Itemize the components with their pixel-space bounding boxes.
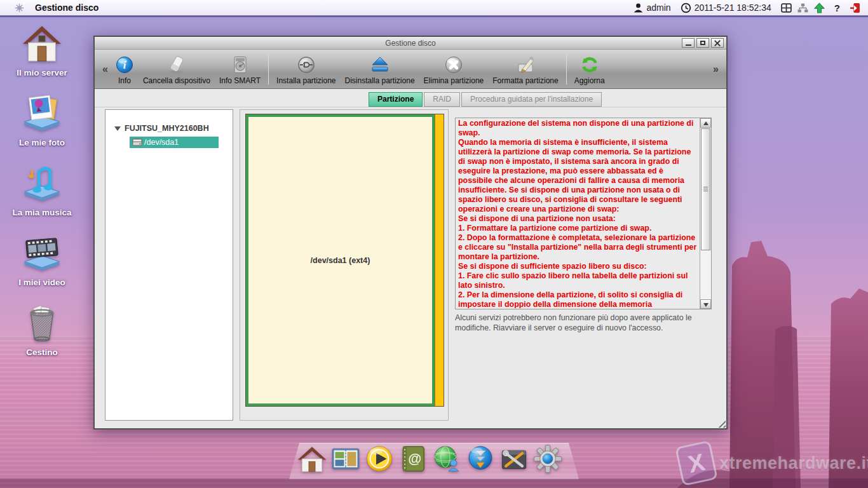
trash-icon <box>22 303 62 342</box>
partition-region[interactable]: /dev/sda1 (ext4) <box>246 114 435 406</box>
tab-raid[interactable]: RAID <box>424 92 460 107</box>
scrollbar-thumb[interactable] <box>701 128 710 250</box>
restart-note-text: Alcuni servizi potrebbero non funzionare… <box>455 313 715 333</box>
svg-text:i: i <box>123 59 126 71</box>
toolbox-icon <box>499 444 529 473</box>
dock-item-settings[interactable] <box>533 444 562 473</box>
dock-item-network-places[interactable] <box>432 444 461 473</box>
tree-partition-label: /dev/sda1 <box>144 138 179 147</box>
desktop-icon-label: Le mie foto <box>8 138 76 147</box>
toolbar-button-format-partition[interactable]: Formatta partizione <box>488 51 562 87</box>
format-partition-icon <box>516 55 535 74</box>
top-menu-bar: Gestione disco admin 2011-5-21 18:52:34 … <box>0 0 868 15</box>
disk-management-window: Gestione disco « i Info <box>93 36 728 430</box>
app-grid-icon[interactable] <box>781 3 792 13</box>
home-icon <box>297 444 327 473</box>
scroll-down-arrow-icon <box>703 303 709 307</box>
svg-text:@: @ <box>408 451 421 466</box>
toolbar-button-label: Elimina partizione <box>424 76 484 85</box>
tree-node-partition-selected[interactable]: /dev/sda1 <box>130 137 219 148</box>
tab-install-wizard[interactable]: Procedura guidata per l'installazione <box>461 92 602 107</box>
tab-partizione[interactable]: Partizione <box>369 92 423 107</box>
close-button[interactable] <box>711 38 724 48</box>
delete-partition-icon <box>444 55 463 74</box>
photo-album-icon <box>331 444 360 473</box>
network-status-icon[interactable] <box>797 3 808 13</box>
window-toolbar: « i Info Cancella dispositivo <box>95 50 726 89</box>
toolbar-button-erase-device[interactable]: Cancella dispositivo <box>139 51 215 87</box>
dock-item-media-player[interactable] <box>365 444 394 473</box>
tree-node-device[interactable]: FUJITSU_MHY2160BH <box>114 124 233 133</box>
topbar-divider <box>0 15 868 17</box>
help-button[interactable]: ? <box>831 3 844 13</box>
watermark-logo-icon: X <box>675 440 718 486</box>
desktop-icon-label: Il mio server <box>8 68 76 78</box>
dock-item-home[interactable] <box>297 444 327 473</box>
toolbar-button-info[interactable]: i Info <box>111 51 139 87</box>
maximize-icon <box>700 41 705 45</box>
toolbar-scroll-left[interactable]: « <box>100 64 111 75</box>
minimize-button[interactable] <box>682 38 695 48</box>
toolbar-separator <box>566 54 567 85</box>
photos-icon <box>22 93 62 133</box>
partition-map-label: /dev/sda1 (ext4) <box>311 256 370 265</box>
desktop: Gestione disco admin 2011-5-21 18:52:34 … <box>0 0 868 488</box>
scroll-up-button[interactable] <box>700 118 711 128</box>
desktop-icon-label: Cestino <box>8 348 76 357</box>
home-server-icon <box>22 24 62 63</box>
system-datetime: 2011-5-21 18:52:34 <box>695 3 771 13</box>
dock-item-photo-album[interactable] <box>331 444 360 473</box>
minimize-icon <box>686 44 691 46</box>
dock-item-toolbox[interactable] <box>499 444 529 473</box>
disk-drive-icon <box>132 138 142 147</box>
smart-disk-icon <box>231 55 250 74</box>
desktop-icon-my-server[interactable]: Il mio server <box>8 24 76 78</box>
erase-device-icon <box>167 55 186 74</box>
logout-icon[interactable] <box>850 3 860 13</box>
watermark: X xtremehardware.it <box>679 444 868 483</box>
toolbar-button-mount-partition[interactable]: Installa partizione <box>272 51 340 87</box>
tree-device-label: FUJITSU_MHY2160BH <box>125 124 209 133</box>
toolbar-scroll-right[interactable]: » <box>710 64 721 75</box>
toolbar-button-label: Info SMART <box>219 76 261 85</box>
toolbar-button-label: Formatta partizione <box>492 76 558 85</box>
window-title: Gestione disco <box>385 39 435 48</box>
maximize-button[interactable] <box>696 38 709 48</box>
toolbar-button-unmount-partition[interactable]: Disinstalla partizione <box>341 51 419 87</box>
swap-info-text: La configurazione del sistema non dispon… <box>458 119 697 308</box>
desktop-icon-my-videos[interactable]: I miei video <box>8 233 76 287</box>
tab-strip: Partizione RAID Procedura guidata per l'… <box>369 92 603 107</box>
dock-item-webmail[interactable]: @ <box>398 444 428 473</box>
settings-gear-icon <box>533 444 562 473</box>
dock: @ <box>297 444 562 473</box>
upload-arrow-icon[interactable] <box>814 3 825 13</box>
watermark-text: xtremehardware.it <box>719 454 868 473</box>
free-space-region[interactable] <box>435 114 444 406</box>
videos-icon <box>22 233 62 273</box>
toolbar-button-delete-partition[interactable]: Elimina partizione <box>419 51 489 87</box>
tree-expand-icon[interactable] <box>114 126 121 131</box>
disk-layout-block: /dev/sda1 (ext4) <box>245 114 444 407</box>
system-logo-icon[interactable] <box>14 3 25 13</box>
info-scrollbar[interactable] <box>700 118 711 309</box>
eject-partition-icon <box>370 55 390 74</box>
window-titlebar[interactable]: Gestione disco <box>95 37 726 50</box>
desktop-icon-my-music[interactable]: La mia musica <box>8 163 76 217</box>
toolbar-button-refresh[interactable]: Aggiorna <box>570 51 609 87</box>
toolbar-button-label: Aggiorna <box>574 76 605 85</box>
device-tree-panel: FUJITSU_MHY2160BH /dev/sda1 <box>105 109 233 421</box>
desktop-icon-my-photos[interactable]: Le mie foto <box>8 93 76 147</box>
scroll-up-arrow-icon <box>703 121 709 125</box>
dock-item-download-manager[interactable] <box>466 444 495 473</box>
toolbar-button-label: Disinstalla partizione <box>345 76 415 85</box>
tab-strip-divider <box>95 107 726 107</box>
partition-map-panel: /dev/sda1 (ext4) <box>240 109 449 421</box>
toolbar-button-label: Info <box>118 76 131 85</box>
toolbar-button-label: Cancella dispositivo <box>143 76 210 85</box>
toolbar-button-label: Installa partizione <box>276 76 336 85</box>
desktop-icon-trash[interactable]: Cestino <box>8 303 76 357</box>
scroll-down-button[interactable] <box>700 299 711 309</box>
logged-in-user: admin <box>647 3 671 13</box>
toolbar-button-smart-info[interactable]: Info SMART <box>215 51 265 87</box>
desktop-icon-label: La mia musica <box>8 208 76 217</box>
